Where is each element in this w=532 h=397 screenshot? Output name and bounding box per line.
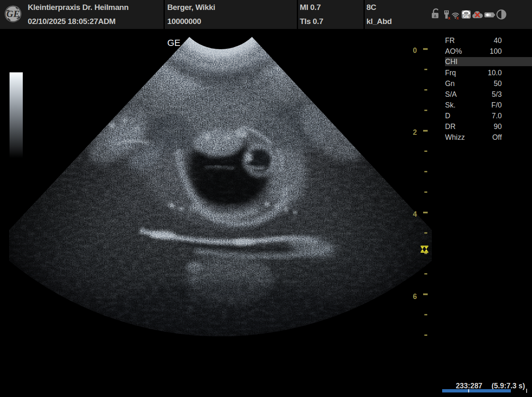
svg-text:x: x xyxy=(457,16,459,20)
svg-text:2: 2 xyxy=(413,128,417,136)
svg-text:GE: GE xyxy=(463,14,469,19)
svg-text:4: 4 xyxy=(413,210,417,218)
svg-text:x: x xyxy=(448,16,450,20)
svg-text:0: 0 xyxy=(413,46,417,55)
svg-text:6: 6 xyxy=(413,292,417,301)
